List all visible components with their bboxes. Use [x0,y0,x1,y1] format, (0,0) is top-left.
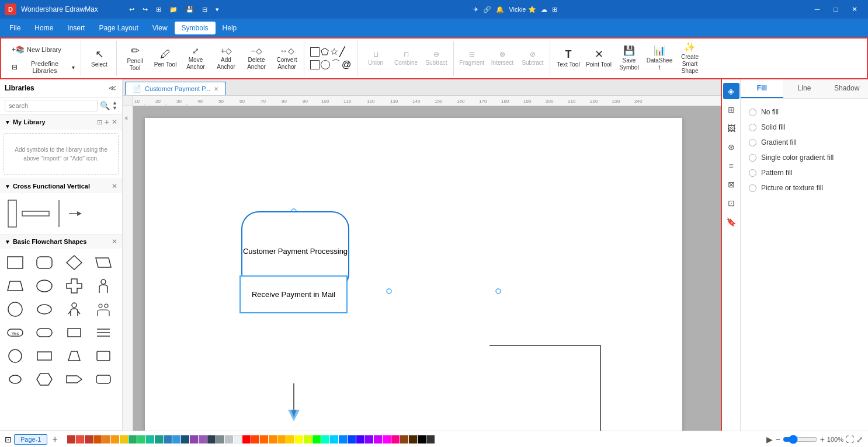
delete-anchor-button[interactable]: −◇ Delete Anchor [242,42,271,75]
pentagon-shape[interactable]: ⬠ [321,46,329,57]
shape-lines[interactable] [92,322,115,343]
color-swatch-green-dark[interactable] [129,435,137,443]
spiral-shape[interactable]: @ [342,60,351,70]
shape-person2[interactable] [63,299,86,320]
union-button[interactable]: ⊔ Union [361,42,390,75]
color-swatch-teal[interactable] [146,435,154,443]
color-swatch-yellow[interactable] [120,435,128,443]
bookmark-panel-button[interactable]: 🔖 [723,214,739,230]
undo-button[interactable]: ↩ [126,5,137,15]
move-anchor-button[interactable]: ⤢ Move Anchor [181,42,210,75]
shape-hexagon[interactable] [33,369,56,390]
pencil-tool-button[interactable]: ✏ Pencil Tool [120,42,150,75]
color-swatch-brown[interactable] [400,435,408,443]
menu-view[interactable]: View [145,22,175,34]
color-swatch-magenta[interactable] [383,435,391,443]
basic-flowchart-close-button[interactable]: ✕ [112,238,117,246]
line-shape[interactable]: ╱ [339,46,345,57]
save-symbol-button[interactable]: 💾 Save Symbol [614,42,644,75]
basic-flowchart-header[interactable]: ▼ Basic Flowchart Shapes ✕ [0,235,122,249]
canvas-tab-customer-payment[interactable]: 📄 Customer Payment P... ✕ [125,82,226,95]
play-button[interactable]: ▶ [766,435,773,444]
shape-rectangle[interactable] [4,252,27,273]
datasheet-button[interactable]: 📊 DataSheet [645,42,674,75]
fragment-button[interactable]: ⊟ Fragment [457,42,487,75]
fill-panel-button[interactable]: ◈ [723,83,739,99]
color-swatch-red-dark[interactable] [67,435,75,443]
save-button[interactable]: 💾 [183,5,197,15]
color-swatch-gold[interactable] [286,435,294,443]
shape-receive-payment[interactable]: Receive Payment in Mail [239,275,348,313]
color-swatch-blue-dark[interactable] [164,435,172,443]
shape-trapezoid[interactable] [4,275,27,296]
shape-cross[interactable] [63,275,86,296]
canvas-scroll[interactable]: Customer Payment Processing Receive Paym… [133,106,721,431]
color-swatch-gray[interactable] [216,435,224,443]
shape-trapezoid2[interactable] [63,345,86,366]
rectangle-shape[interactable] [310,47,320,57]
add-page-button[interactable]: + [50,434,60,445]
text-tool-button[interactable]: T Text Tool [554,42,583,75]
color-swatch-orange-dark[interactable] [93,435,102,443]
layers-panel-button[interactable]: ⊛ [723,139,739,155]
lane-shape-2[interactable] [21,209,50,218]
color-swatch-bright-green[interactable] [313,435,321,443]
create-smart-shape-button[interactable]: ✨ Create Smart Shape [675,42,704,75]
color-swatch-bright-red[interactable] [242,435,251,443]
color-swatch-indigo[interactable] [356,435,364,443]
collapse-sidebar-button[interactable]: ≪ [107,83,117,93]
menu-file[interactable]: File [2,22,27,34]
shape-parallelogram[interactable] [92,252,115,273]
smart-panel-button[interactable]: ⊡ [723,195,739,211]
color-swatch-dark-brown[interactable] [409,435,417,443]
lane-shape-4[interactable] [68,208,85,219]
open-button[interactable]: 📁 [166,5,180,15]
color-swatch-light-gray[interactable] [225,435,233,443]
color-swatch-yellow-orange[interactable] [111,435,119,443]
page-layout-icon[interactable]: ⊡ [5,435,12,444]
color-swatch-cyan-green[interactable] [321,435,329,443]
zoom-in-button[interactable]: + [820,435,825,444]
color-swatch-amber[interactable] [269,435,277,443]
close-tab-button[interactable]: ✕ [214,86,218,92]
fullscreen-button[interactable]: ⤢ [856,435,863,444]
cross-functional-header[interactable]: ▼ Cross Functional Vertical ✕ [0,179,122,193]
color-swatch-hot-pink[interactable] [391,435,400,443]
shape-curved-rect[interactable] [92,369,115,390]
color-swatch-bright-yellow[interactable] [295,435,303,443]
lane-shape-1[interactable] [6,199,19,228]
convert-anchor-button[interactable]: ↔◇ Convert Anchor [272,42,301,75]
shape-circle2[interactable] [4,345,27,366]
image-panel-button[interactable]: 🖼 [723,120,739,137]
maximize-button[interactable]: □ [827,2,845,17]
zoom-slider[interactable] [783,435,818,444]
color-swatch-purple[interactable] [199,435,207,443]
menu-home[interactable]: Home [27,22,60,34]
color-swatch-navy[interactable] [181,435,189,443]
grid2-panel-button[interactable]: ⊠ [723,176,739,193]
menu-page-layout[interactable]: Page Layout [92,22,145,34]
layout-button[interactable]: ⊟ [199,5,210,15]
tab-shadow[interactable]: Shadow [825,79,868,98]
rectangle2-shape[interactable] [310,60,320,69]
color-swatch-white[interactable] [234,435,242,443]
my-library-close-button[interactable]: ✕ [112,118,117,126]
color-swatch-black[interactable] [418,435,426,443]
combine-button[interactable]: ⊓ Combine [391,42,421,75]
shape-oval[interactable] [33,275,56,296]
point-tool-button[interactable]: ✕ Point Tool [584,42,613,75]
subtract-button[interactable]: ⊖ Subtract [422,42,451,75]
menu-symbols[interactable]: Symbols [175,22,216,34]
color-swatch-purple-dark[interactable] [190,435,198,443]
scroll-down-button[interactable]: ▼ [112,106,117,111]
shape-arrow-rect[interactable] [63,369,86,390]
fill-option-single-color[interactable]: Single color gradient fill [747,150,862,165]
menu-insert[interactable]: Insert [60,22,92,34]
shape-diamond[interactable] [63,252,86,273]
shape-person[interactable] [92,275,115,296]
color-swatch-green[interactable] [137,435,145,443]
circle-shape[interactable] [321,60,330,69]
search-input[interactable] [5,100,98,111]
fill-option-picture[interactable]: Picture or texture fill [747,180,862,195]
shape-stadium[interactable] [33,322,56,343]
